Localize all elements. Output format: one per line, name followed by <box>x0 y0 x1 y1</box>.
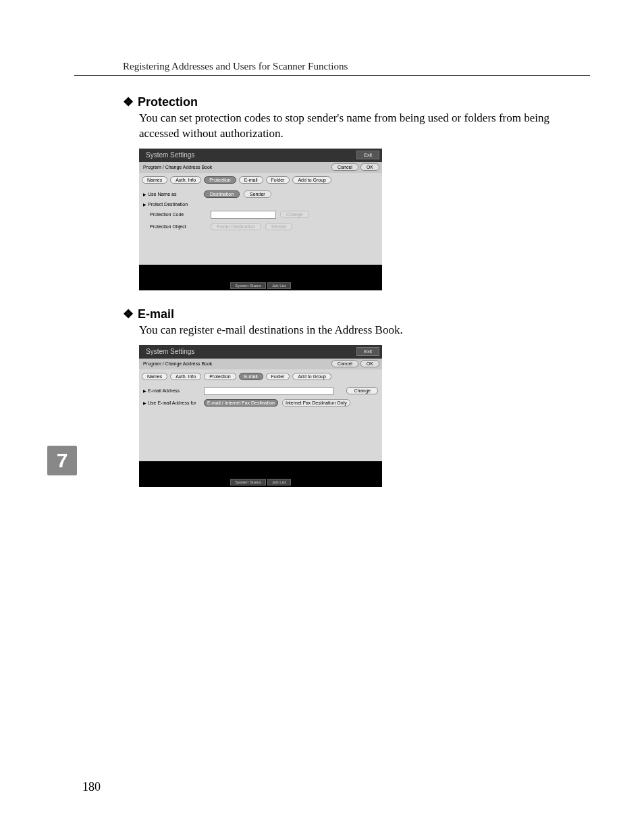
screenshot-protection: System Settings Exit Program / Change Ad… <box>139 149 382 290</box>
ss-titlebar: System Settings Exit <box>139 149 382 162</box>
system-status-button[interactable]: System Status <box>230 282 266 289</box>
label-email-address: E-mail Address <box>143 388 204 393</box>
diamond-icon: ❖ <box>123 95 134 109</box>
tab-add-to-group[interactable]: Add to Group <box>292 373 331 380</box>
chapter-tab: 7 <box>47 446 77 475</box>
section-heading-protection: ❖Protection <box>123 95 590 109</box>
ss-body: Use Name as Destination Sender Protect D… <box>139 185 382 276</box>
section-text-email: You can register e-mail destinations in … <box>139 323 583 338</box>
job-list-button[interactable]: Job List <box>267 282 291 289</box>
email-internet-fax-button[interactable]: E-mail / Internet Fax Destination <box>204 399 278 407</box>
ss-title: System Settings <box>142 151 356 159</box>
page-number: 180 <box>82 780 101 794</box>
tab-email[interactable]: E-mail <box>239 176 263 184</box>
ss-footer: System Status Job List <box>139 477 382 487</box>
sender-button-2[interactable]: Sender <box>265 223 293 230</box>
ss-title: System Settings <box>142 348 356 355</box>
cancel-button[interactable]: Cancel <box>331 163 358 171</box>
system-status-button[interactable]: System Status <box>230 479 266 486</box>
ss-subhead: Program / Change Address Book Cancel OK <box>139 359 382 369</box>
page-header: Registering Addresses and Users for Scan… <box>74 61 590 76</box>
label-use-email-for: Use E-mail Address for <box>143 400 204 405</box>
cancel-button[interactable]: Cancel <box>331 360 358 367</box>
email-address-input[interactable] <box>204 387 333 395</box>
label-protect-destination: Protect Destination <box>143 202 204 207</box>
destination-button[interactable]: Destination <box>204 190 240 198</box>
tab-auth-info[interactable]: Auth. Info <box>170 373 201 380</box>
diamond-icon: ❖ <box>123 307 134 321</box>
ss-blackbar <box>139 265 382 281</box>
tab-email[interactable]: E-mail <box>239 373 263 380</box>
ss-subtitle: Program / Change Address Book <box>142 361 329 366</box>
screenshot-email: System Settings Exit Program / Change Ad… <box>139 345 382 487</box>
ss-body: E-mail Address Change Use E-mail Address… <box>139 382 382 472</box>
section-heading-text: Protection <box>138 95 198 109</box>
ss-blackbar <box>139 461 382 477</box>
section-heading-text: E-mail <box>138 307 174 321</box>
change-button[interactable]: Change <box>346 387 378 394</box>
tab-folder[interactable]: Folder <box>266 373 290 380</box>
exit-button[interactable]: Exit <box>356 347 379 356</box>
tab-auth-info[interactable]: Auth. Info <box>170 176 201 184</box>
label-protection-object: Protection Object <box>143 224 211 229</box>
tab-protection[interactable]: Protection <box>204 176 236 184</box>
job-list-button[interactable]: Job List <box>267 479 291 486</box>
section-text-protection: You can set protection codes to stop sen… <box>139 111 583 142</box>
ok-button[interactable]: OK <box>360 163 379 171</box>
tab-names[interactable]: Names <box>142 176 167 184</box>
sender-button[interactable]: Sender <box>244 190 271 198</box>
ss-subtitle: Program / Change Address Book <box>142 165 329 170</box>
label-protection-code: Protection Code <box>143 212 211 217</box>
label-use-name-as: Use Name as <box>143 192 204 197</box>
exit-button[interactable]: Exit <box>356 151 379 159</box>
tab-protection[interactable]: Protection <box>204 373 236 380</box>
ss-footer: System Status Job List <box>139 281 382 290</box>
tab-names[interactable]: Names <box>142 373 167 380</box>
ss-titlebar: System Settings Exit <box>139 345 382 359</box>
change-button[interactable]: Change <box>280 211 309 218</box>
protection-code-input[interactable] <box>211 211 276 219</box>
tab-add-to-group[interactable]: Add to Group <box>292 176 331 184</box>
tab-folder[interactable]: Folder <box>266 176 290 184</box>
ss-subhead: Program / Change Address Book Cancel OK <box>139 162 382 173</box>
folder-destination-button[interactable]: Folder Destination <box>211 223 261 230</box>
internet-fax-only-button[interactable]: Internet Fax Destination Only <box>282 399 350 407</box>
ok-button[interactable]: OK <box>360 360 379 367</box>
section-heading-email: ❖E-mail <box>123 307 590 321</box>
